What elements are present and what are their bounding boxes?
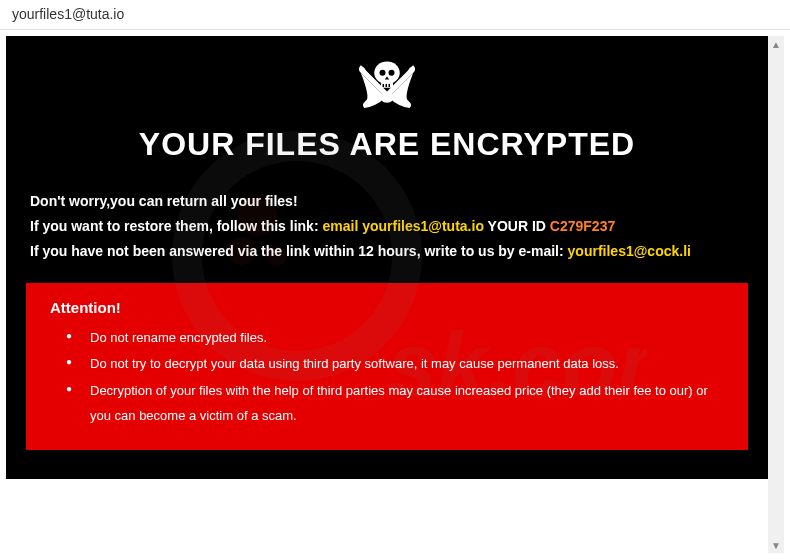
svg-point-8: [389, 70, 395, 76]
svg-point-7: [380, 70, 386, 76]
secondary-email: yourfiles1@cock.li: [568, 243, 691, 259]
vertical-scrollbar[interactable]: ▲ ▼: [768, 36, 784, 553]
svg-rect-10: [386, 84, 388, 87]
user-id: C279F237: [550, 218, 615, 234]
window-title-text: yourfiles1@tuta.io: [12, 6, 124, 22]
list-item: Do not rename encrypted files.: [90, 326, 724, 351]
restore-prefix: If you want to restore them, follow this…: [30, 218, 322, 234]
body-text: Don't worry,you can return all your file…: [26, 189, 748, 265]
attention-box: Attention! Do not rename encrypted files…: [26, 283, 748, 451]
ransom-note: sk.com YOUR FILES ARE ENCRYPTED Don't wo…: [6, 36, 768, 479]
list-item: Decryption of your files with the help o…: [90, 379, 724, 428]
scroll-up-icon[interactable]: ▲: [768, 36, 784, 52]
scroll-down-icon[interactable]: ▼: [768, 537, 784, 553]
window-title: yourfiles1@tuta.io: [0, 0, 790, 30]
intro-line: Don't worry,you can return all your file…: [30, 189, 744, 214]
backup-prefix: If you have not been answered via the li…: [30, 243, 568, 259]
svg-rect-11: [389, 84, 391, 87]
your-id-label: YOUR ID: [484, 218, 550, 234]
svg-rect-9: [383, 84, 385, 87]
content-wrapper: sk.com YOUR FILES ARE ENCRYPTED Don't wo…: [0, 30, 790, 559]
restore-line: If you want to restore them, follow this…: [30, 214, 744, 239]
primary-email: email yourfiles1@tuta.io: [322, 218, 483, 234]
backup-line: If you have not been answered via the li…: [30, 239, 744, 264]
list-item: Do not try to decrypt your data using th…: [90, 352, 724, 377]
skull-swords-icon: [26, 54, 748, 118]
attention-list: Do not rename encrypted files. Do not tr…: [50, 326, 724, 429]
attention-heading: Attention!: [50, 299, 724, 316]
main-heading: YOUR FILES ARE ENCRYPTED: [26, 126, 748, 163]
